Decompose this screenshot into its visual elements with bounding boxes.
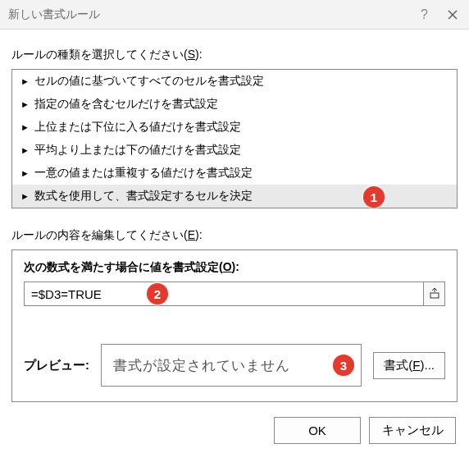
rule-type-item[interactable]: ►一意の値または重複する値だけを書式設定	[12, 162, 457, 185]
rule-type-item[interactable]: ►平均より上または下の値だけを書式設定	[12, 139, 457, 162]
title-controls: ?	[421, 0, 464, 29]
triangle-icon: ►	[20, 77, 30, 86]
rule-type-item[interactable]: ►指定の値を含むセルだけを書式設定	[12, 93, 457, 116]
formula-input[interactable]	[24, 281, 424, 306]
preview-text: 書式が設定されていません	[113, 356, 290, 375]
triangle-icon: ►	[20, 192, 30, 201]
cancel-button[interactable]: キャンセル	[369, 417, 456, 444]
format-button[interactable]: 書式(F)...	[373, 352, 445, 379]
rule-type-item[interactable]: ►上位または下位に入る値だけを書式設定	[12, 116, 457, 139]
annotation-badge-1: 1	[363, 186, 385, 208]
preview-row: プレビュー: 書式が設定されていません 3 書式(F)...	[24, 344, 445, 387]
collapse-dialog-icon[interactable]	[424, 281, 445, 306]
dialog-buttons: OK キャンセル	[11, 417, 458, 444]
rule-type-list[interactable]: ►セルの値に基づいてすべてのセルを書式設定►指定の値を含むセルだけを書式設定►上…	[11, 69, 458, 208]
svg-rect-0	[430, 293, 439, 298]
annotation-badge-3: 3	[333, 355, 354, 376]
rule-type-item-label: 指定の値を含むセルだけを書式設定	[34, 97, 218, 112]
preview-box: 書式が設定されていません 3	[101, 344, 362, 387]
triangle-icon: ►	[20, 169, 30, 178]
window-title: 新しい書式ルール	[8, 7, 100, 22]
rule-type-item-label: セルの値に基づいてすべてのセルを書式設定	[34, 74, 264, 89]
dialog-content: ルールの種類を選択してください(S): ►セルの値に基づいてすべてのセルを書式設…	[0, 30, 469, 455]
rule-content-label: ルールの内容を編集してください(E):	[11, 228, 458, 243]
close-icon[interactable]	[441, 7, 464, 23]
preview-label: プレビュー:	[24, 358, 89, 373]
rule-type-item-label: 一意の値または重複する値だけを書式設定	[34, 166, 253, 181]
rule-type-label: ルールの種類を選択してください(S):	[11, 48, 458, 62]
triangle-icon: ►	[20, 100, 30, 109]
titlebar: 新しい書式ルール ?	[0, 0, 469, 30]
formula-label: 次の数式を満たす場合に値を書式設定(O):	[24, 260, 445, 275]
ok-button[interactable]: OK	[274, 417, 361, 444]
rule-type-item[interactable]: ►数式を使用して、書式設定するセルを決定1	[12, 185, 457, 208]
rule-type-item-label: 数式を使用して、書式設定するセルを決定	[34, 189, 253, 204]
triangle-icon: ►	[20, 123, 30, 132]
rule-type-item-label: 平均より上または下の値だけを書式設定	[34, 143, 241, 158]
rule-type-item[interactable]: ►セルの値に基づいてすべてのセルを書式設定	[12, 70, 457, 93]
help-icon[interactable]: ?	[421, 7, 428, 22]
formula-section: 次の数式を満たす場合に値を書式設定(O): 2 プレビュー: 書式が設定されてい…	[11, 249, 458, 402]
formula-input-row: 2	[24, 281, 445, 306]
triangle-icon: ►	[20, 146, 30, 155]
rule-type-item-label: 上位または下位に入る値だけを書式設定	[34, 120, 241, 135]
